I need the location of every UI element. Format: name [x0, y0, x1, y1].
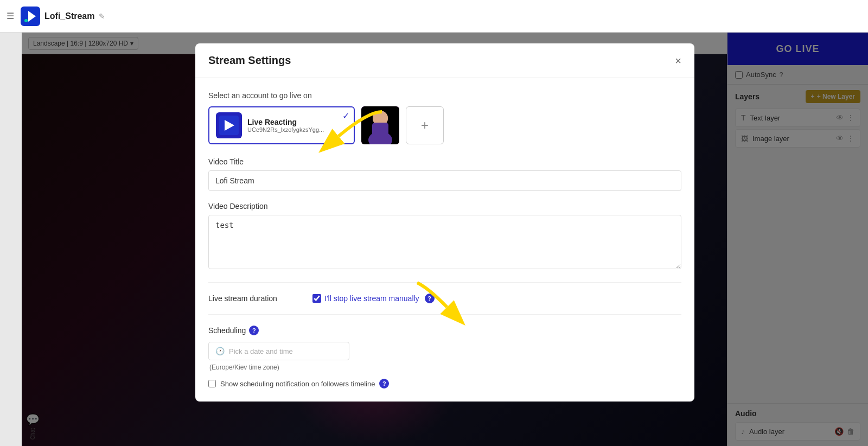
timezone-note: (Europe/Kiev time zone) — [209, 364, 681, 371]
notification-help-icon[interactable]: ? — [379, 379, 389, 388]
avatar-person-image — [361, 106, 399, 144]
scheduling-label: Scheduling — [208, 326, 246, 335]
svg-point-1 — [24, 19, 28, 22]
modal-title: Stream Settings — [208, 54, 291, 67]
video-title-input[interactable] — [208, 170, 681, 191]
edit-icon[interactable]: ✎ — [99, 12, 105, 21]
date-placeholder: Pick a date and time — [229, 347, 293, 355]
arrow-annotation-2 — [404, 277, 463, 315]
account-logo-icon — [216, 112, 242, 138]
video-description-label: Video Description — [208, 202, 681, 211]
account-id: UCe9N2Rs_lxzofygkzsYgg... — [247, 126, 347, 133]
date-picker-input[interactable]: 🕐 Pick a date and time — [208, 342, 349, 360]
live-duration-label: Live stream duration — [208, 294, 306, 303]
live-duration-section: Live stream duration I'll stop live stre… — [208, 294, 681, 303]
stream-settings-modal: Stream Settings × Select an account to g… — [195, 43, 694, 402]
add-account-button[interactable]: + — [406, 106, 444, 144]
svg-rect-10 — [372, 123, 388, 144]
manual-stop-checkbox[interactable] — [312, 294, 321, 303]
clock-icon: 🕐 — [215, 347, 225, 355]
video-title-section: Video Title — [208, 157, 681, 191]
account-card-avatar[interactable] — [361, 106, 399, 144]
scheduling-help-icon[interactable]: ? — [249, 326, 259, 335]
scheduling-section: Scheduling ? 🕐 Pick a date and time (Eur… — [208, 326, 681, 388]
video-title-label: Video Title — [208, 157, 681, 166]
app-logo-icon — [21, 7, 40, 26]
video-description-input[interactable]: test — [208, 215, 681, 269]
video-description-section: Video Description test — [208, 202, 681, 271]
show-notification-row: Show scheduling notification on follower… — [208, 379, 681, 388]
show-notification-label: Show scheduling notification on follower… — [220, 380, 375, 388]
modal-overlay: Stream Settings × Select an account to g… — [22, 33, 868, 446]
account-name: Live Reacting — [247, 118, 347, 126]
show-notification-checkbox[interactable] — [208, 380, 216, 387]
accounts-row: Live Reacting UCe9N2Rs_lxzofygkzsYgg... … — [208, 106, 681, 144]
account-section-label: Select an account to go live on — [208, 91, 681, 100]
account-card-live-reacting[interactable]: Live Reacting UCe9N2Rs_lxzofygkzsYgg... … — [208, 106, 355, 144]
hamburger-icon[interactable]: ☰ — [7, 11, 14, 21]
modal-close-button[interactable]: × — [675, 55, 681, 66]
app-name: Lofi_Stream — [44, 11, 94, 21]
account-selected-checkmark: ✓ — [342, 111, 349, 121]
add-account-icon: + — [421, 118, 429, 133]
